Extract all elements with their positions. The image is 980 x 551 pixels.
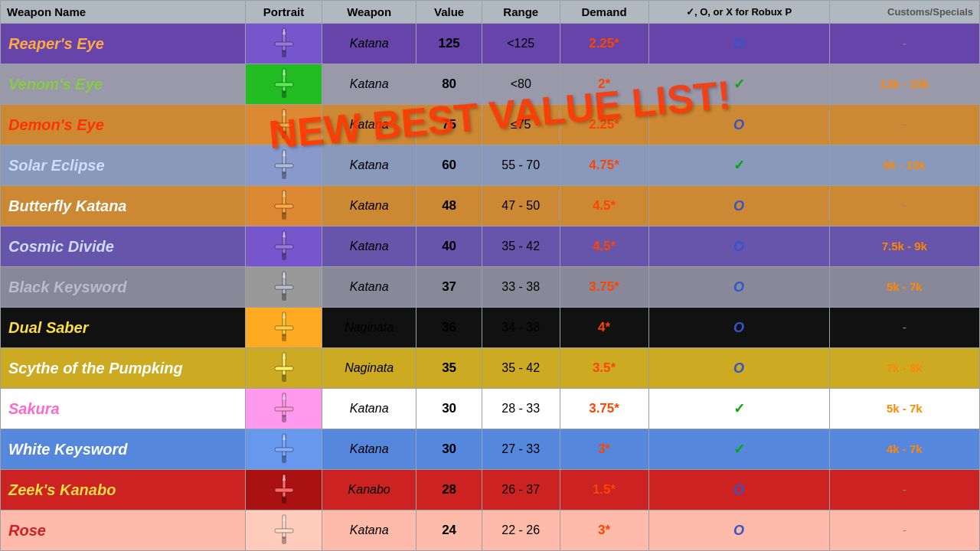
table-row: White Keysword Katana 30 27 - 33 3* ✓ 4k… bbox=[1, 429, 980, 470]
range-cell: <80 bbox=[482, 64, 560, 105]
range-cell: ≤75 bbox=[482, 105, 560, 145]
demand-cell: 2.25* bbox=[560, 105, 648, 145]
check-cell: ✓ bbox=[648, 389, 829, 429]
main-container: NEW BEST VALUE LIST! Weapon Name Portrai… bbox=[0, 0, 980, 551]
demand-cell: 2.25* bbox=[560, 24, 648, 64]
portrait-box bbox=[246, 267, 322, 307]
check-cell: O bbox=[648, 105, 829, 145]
table-row: Venom's Eye Katana 80 <80 2* ✓ 13k - 15k bbox=[1, 64, 980, 105]
weapon-name-cell: Black Keysword bbox=[1, 267, 246, 308]
svg-rect-46 bbox=[282, 496, 286, 504]
portrait-cell bbox=[246, 308, 322, 348]
svg-rect-21 bbox=[275, 245, 293, 249]
portrait-box bbox=[246, 470, 322, 510]
robux-cell: - bbox=[829, 24, 979, 64]
table-row: Demon's Eye Katana 75 ≤75 2.25* O - bbox=[1, 105, 980, 145]
weapon-type-cell: Katana bbox=[322, 227, 416, 267]
demand-cell: 4* bbox=[560, 308, 648, 348]
col-robux: Customs/Specials bbox=[829, 1, 979, 24]
range-cell: <125 bbox=[482, 24, 560, 64]
table-row: Sakura Katana 30 28 - 33 3.75* ✓ 5k - 7k bbox=[1, 389, 980, 429]
table-row: Cosmic Divide Katana 40 35 - 42 4.5* O 7… bbox=[1, 227, 980, 267]
weapon-name-cell: Reaper's Eye bbox=[1, 24, 246, 64]
weapon-type-cell: Naginata bbox=[322, 348, 416, 389]
demand-cell: 3* bbox=[560, 510, 648, 551]
value-cell: 80 bbox=[416, 64, 482, 105]
svg-rect-41 bbox=[275, 448, 293, 452]
robux-cell: 7k - 8k bbox=[829, 348, 979, 389]
range-cell: 55 - 70 bbox=[482, 145, 560, 186]
svg-rect-50 bbox=[282, 536, 286, 544]
demand-cell: 3.75* bbox=[560, 267, 648, 308]
robux-cell: - bbox=[829, 105, 979, 145]
robux-cell: 5k - 7k bbox=[829, 389, 979, 429]
weapon-name-cell: White Keysword bbox=[1, 429, 246, 470]
robux-cell: 8k - 10k bbox=[829, 145, 979, 186]
portrait-box bbox=[246, 227, 322, 266]
table-row: Black Keysword Katana 37 33 - 38 3.75* O… bbox=[1, 267, 980, 308]
table-row: Solar Eclipse Katana 60 55 - 70 4.75* ✓ … bbox=[1, 145, 980, 186]
portrait-box bbox=[246, 24, 322, 64]
weapon-type-cell: Katana bbox=[322, 24, 416, 64]
check-cell: O bbox=[648, 510, 829, 551]
weapon-type-cell: Katana bbox=[322, 64, 416, 105]
header-row: Weapon Name Portrait Weapon Value Range … bbox=[1, 1, 980, 24]
col-portrait: Portrait bbox=[246, 1, 322, 24]
check-cell: O bbox=[648, 348, 829, 389]
table-row: Reaper's Eye Katana 125 <125 2.25* O - bbox=[1, 24, 980, 64]
portrait-cell bbox=[246, 470, 322, 510]
portrait-cell bbox=[246, 510, 322, 551]
value-cell: 125 bbox=[416, 24, 482, 64]
weapon-type-cell: Katana bbox=[322, 510, 416, 551]
weapon-name-cell: Venom's Eye bbox=[1, 64, 246, 105]
weapons-table: Weapon Name Portrait Weapon Value Range … bbox=[0, 0, 980, 551]
portrait-box bbox=[246, 510, 322, 550]
robux-cell: - bbox=[829, 470, 979, 510]
check-cell: O bbox=[648, 24, 829, 64]
weapon-name-cell: Butterfly Katana bbox=[1, 186, 246, 227]
value-cell: 30 bbox=[416, 429, 482, 470]
portrait-box bbox=[246, 105, 322, 145]
demand-cell: 1.5* bbox=[560, 470, 648, 510]
svg-rect-9 bbox=[275, 123, 293, 127]
col-check: ✓, O, or X for Robux P bbox=[648, 1, 829, 24]
check-cell: O bbox=[648, 186, 829, 227]
check-cell: O bbox=[648, 308, 829, 348]
weapon-type-cell: Katana bbox=[322, 389, 416, 429]
check-cell: O bbox=[648, 267, 829, 308]
svg-rect-30 bbox=[282, 334, 286, 341]
range-cell: 28 - 33 bbox=[482, 389, 560, 429]
demand-cell: 3.5* bbox=[560, 348, 648, 389]
weapon-type-cell: Katana bbox=[322, 105, 416, 145]
col-range: Range bbox=[482, 1, 560, 24]
demand-cell: 4.5* bbox=[560, 227, 648, 267]
robux-cell: - bbox=[829, 308, 979, 348]
svg-rect-1 bbox=[275, 42, 293, 46]
svg-rect-6 bbox=[282, 90, 286, 98]
weapon-name-cell: Demon's Eye bbox=[1, 105, 246, 145]
weapon-type-cell: Katana bbox=[322, 145, 416, 186]
portrait-cell bbox=[246, 64, 322, 105]
weapon-type-cell: Naginata bbox=[322, 308, 416, 348]
robux-cell: 7.5k - 9k bbox=[829, 227, 979, 267]
col-demand: Demand bbox=[560, 1, 648, 24]
portrait-cell bbox=[246, 145, 322, 186]
col-weapon-type: Weapon bbox=[322, 1, 416, 24]
value-cell: 28 bbox=[416, 470, 482, 510]
svg-rect-33 bbox=[275, 367, 293, 370]
svg-rect-13 bbox=[275, 164, 293, 168]
value-cell: 35 bbox=[416, 348, 482, 389]
portrait-cell bbox=[246, 267, 322, 308]
weapon-type-cell: Kanabo bbox=[322, 470, 416, 510]
portrait-box bbox=[246, 64, 322, 104]
svg-rect-42 bbox=[282, 455, 286, 463]
robux-cell: 5k - 7k bbox=[829, 267, 979, 308]
col-weapon-name: Weapon Name bbox=[1, 1, 246, 24]
value-cell: 30 bbox=[416, 389, 482, 429]
table-row: Rose Katana 24 22 - 26 3* O - bbox=[1, 510, 980, 551]
value-cell: 37 bbox=[416, 267, 482, 308]
robux-cell: 13k - 15k bbox=[829, 64, 979, 105]
portrait-box bbox=[246, 389, 322, 429]
value-cell: 24 bbox=[416, 510, 482, 551]
svg-rect-14 bbox=[282, 171, 286, 179]
